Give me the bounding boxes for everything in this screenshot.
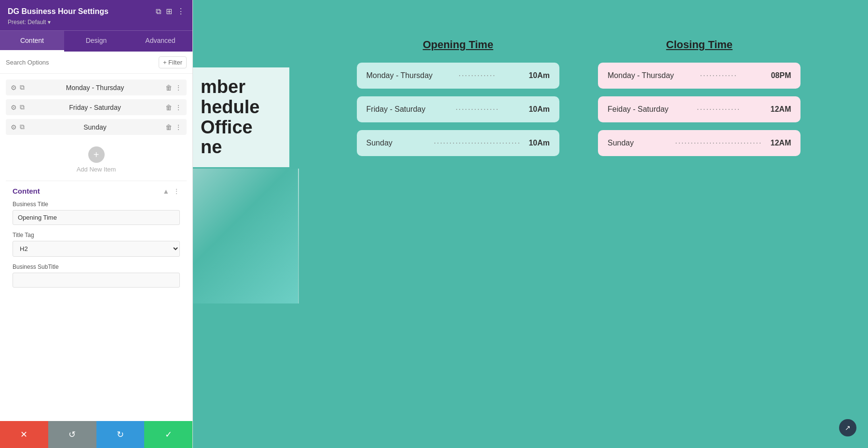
redo-button[interactable]: ↻ — [96, 421, 145, 448]
business-subtitle-label: Business SubTitle — [13, 264, 180, 270]
closing-time-1: 12AM — [762, 105, 791, 114]
text-line-1: hedule — [201, 97, 282, 118]
glasses-decoration — [193, 169, 299, 303]
add-new-circle-icon: + — [88, 146, 105, 163]
closing-row-0: Monday - Thursday ············ 08PM — [598, 63, 800, 89]
opening-dots-1: ·············· — [434, 105, 521, 114]
opening-dots-2: ···························· — [434, 139, 521, 147]
business-subtitle-field: Business SubTitle — [13, 264, 180, 288]
opening-time-0: 10Am — [521, 71, 550, 80]
gear-icon[interactable]: ⚙ — [11, 123, 17, 131]
bottom-bar: ✕ ↺ ↻ ✓ — [0, 421, 192, 448]
search-filter-row: + Filter — [0, 52, 192, 74]
duplicate-icon[interactable]: ⧉ — [20, 123, 25, 131]
item-row-icons: ⚙ ⧉ — [11, 123, 25, 131]
closing-dots-2: ···························· — [675, 139, 762, 147]
tab-design[interactable]: Design — [64, 31, 128, 52]
item-label-1: Friday - Saturday — [28, 104, 162, 111]
delete-icon-2[interactable]: 🗑 — [165, 123, 172, 131]
opening-time-2: 10Am — [521, 139, 550, 147]
opening-row-0: Monday - Thursday ············ 10Am — [357, 63, 559, 89]
floating-help-button[interactable]: ↗ — [839, 419, 856, 436]
hours-grid: Opening Time Monday - Thursday ·········… — [357, 39, 801, 156]
item-label-0: Monday - Thursday — [28, 84, 162, 92]
item-row-icons: ⚙ ⧉ — [11, 83, 25, 92]
restore-icon[interactable]: ⧉ — [156, 7, 161, 16]
content-section: Content ▲ ⋮ Business Title Title Tag H1 … — [6, 181, 187, 300]
text-overlay: mber hedule Office ne — [193, 67, 289, 167]
save-button[interactable]: ✓ — [144, 421, 192, 448]
more-icon-1[interactable]: ⋮ — [175, 104, 182, 111]
title-tag-field: Title Tag H1 H2 H3 H4 H5 H6 — [13, 232, 180, 257]
closing-day-0: Monday - Thursday — [608, 71, 675, 80]
item-row-actions: 🗑 ⋮ — [165, 104, 182, 111]
delete-icon-0[interactable]: 🗑 — [165, 84, 172, 92]
gear-icon[interactable]: ⚙ — [11, 104, 17, 111]
content-section-icons: ▲ ⋮ — [163, 187, 180, 195]
opening-time-1: 10Am — [521, 105, 550, 114]
floating-icon: ↗ — [845, 424, 851, 432]
closing-time-title: Closing Time — [598, 39, 800, 51]
opening-row-1: Friday - Saturday ·············· 10Am — [357, 96, 559, 122]
cancel-button[interactable]: ✕ — [0, 421, 48, 448]
item-row-actions: 🗑 ⋮ — [165, 123, 182, 131]
closing-time-2: 12AM — [762, 139, 791, 147]
search-input[interactable] — [6, 59, 155, 66]
add-new-item-button[interactable]: + Add New Item — [6, 139, 187, 181]
save-icon: ✓ — [165, 429, 172, 440]
collapse-icon[interactable]: ▲ — [163, 187, 169, 195]
content-section-header: Content ▲ ⋮ — [13, 187, 180, 195]
more-icon-0[interactable]: ⋮ — [175, 84, 182, 92]
preset-label[interactable]: Preset: Default ▾ — [8, 19, 185, 26]
closing-day-2: Sunday — [608, 139, 675, 147]
closing-day-1: Feiday - Saturday — [608, 105, 675, 114]
delete-icon-1[interactable]: 🗑 — [165, 104, 172, 111]
left-panel: DG Business Hour Settings ⧉ ⊞ ⋮ Preset: … — [0, 0, 193, 448]
panel-header-top: DG Business Hour Settings ⧉ ⊞ ⋮ — [8, 7, 185, 16]
title-tag-label: Title Tag — [13, 232, 180, 238]
text-line-0: mber — [201, 77, 282, 97]
opening-row-2: Sunday ···························· 10Am — [357, 130, 559, 156]
opening-day-1: Friday - Saturday — [366, 105, 434, 114]
panel-tabs: Content Design Advanced — [0, 30, 192, 52]
duplicate-icon[interactable]: ⧉ — [20, 103, 25, 111]
undo-icon: ↺ — [68, 429, 76, 440]
opening-day-2: Sunday — [366, 139, 434, 147]
business-title-input[interactable] — [13, 210, 180, 225]
more-icon-2[interactable]: ⋮ — [175, 123, 182, 131]
tab-advanced[interactable]: Advanced — [128, 31, 192, 52]
text-line-3: ne — [201, 137, 282, 158]
undo-button[interactable]: ↺ — [48, 421, 96, 448]
gear-icon[interactable]: ⚙ — [11, 84, 17, 92]
closing-time-column: Closing Time Monday - Thursday ·········… — [598, 39, 800, 156]
content-section-title: Content — [13, 187, 40, 195]
item-row-icons: ⚙ ⧉ — [11, 103, 25, 111]
panel-header: DG Business Hour Settings ⧉ ⊞ ⋮ Preset: … — [0, 0, 192, 30]
closing-row-2: Sunday ···························· 12AM — [598, 130, 800, 156]
opening-dots-0: ············ — [434, 71, 521, 80]
closing-time-0: 08PM — [762, 71, 791, 80]
filter-button[interactable]: + Filter — [159, 56, 187, 68]
duplicate-icon[interactable]: ⧉ — [20, 83, 25, 92]
item-row: ⚙ ⧉ Monday - Thursday 🗑 ⋮ — [6, 79, 187, 95]
layout-icon[interactable]: ⊞ — [166, 7, 172, 16]
closing-row-1: Feiday - Saturday ·············· 12AM — [598, 96, 800, 122]
opening-time-title: Opening Time — [357, 39, 559, 51]
more-icon[interactable]: ⋮ — [177, 7, 185, 16]
business-subtitle-input[interactable] — [13, 273, 180, 288]
text-line-2: Office — [201, 118, 282, 138]
item-row: ⚙ ⧉ Friday - Saturday 🗑 ⋮ — [6, 99, 187, 115]
opening-day-0: Monday - Thursday — [366, 71, 434, 80]
panel-header-icons: ⧉ ⊞ ⋮ — [156, 7, 185, 16]
business-title-label: Business Title — [13, 201, 180, 208]
settings-icon[interactable]: ⋮ — [173, 187, 180, 195]
tab-content[interactable]: Content — [0, 31, 64, 52]
title-tag-select[interactable]: H1 H2 H3 H4 H5 H6 — [13, 241, 180, 257]
panel-title: DG Business Hour Settings — [8, 7, 108, 16]
opening-time-column: Opening Time Monday - Thursday ·········… — [357, 39, 559, 156]
cancel-icon: ✕ — [20, 429, 27, 440]
item-label-2: Sunday — [28, 123, 162, 131]
panel-body: ⚙ ⧉ Monday - Thursday 🗑 ⋮ ⚙ ⧉ Friday - S… — [0, 74, 192, 448]
item-row-actions: 🗑 ⋮ — [165, 84, 182, 92]
add-new-item-label: Add New Item — [77, 166, 116, 173]
